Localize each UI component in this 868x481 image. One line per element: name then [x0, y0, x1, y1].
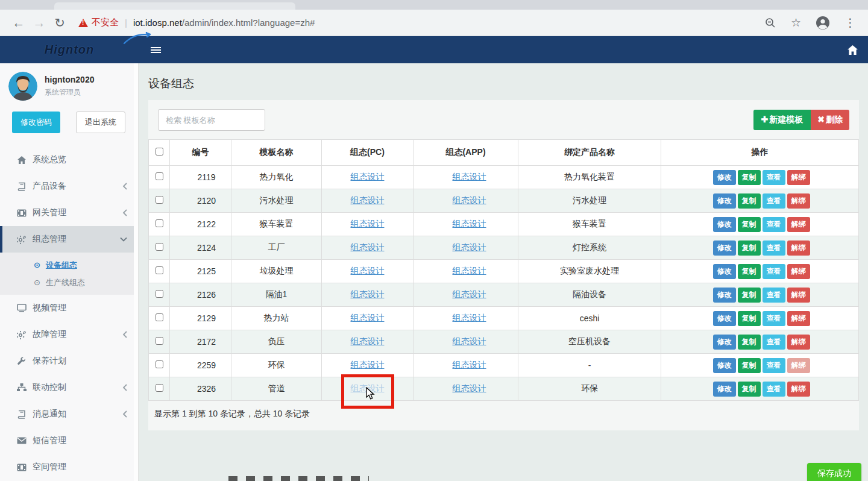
app-design-link[interactable]: 组态设计 [453, 266, 486, 275]
unbind-button[interactable]: 解绑 [787, 335, 810, 350]
copy-button[interactable]: 复制 [738, 217, 761, 232]
app-design-link[interactable]: 组态设计 [453, 383, 486, 393]
row-checkbox[interactable] [156, 172, 163, 180]
sidebar-item-8[interactable]: 联动控制 [0, 374, 138, 401]
menu-dots-icon[interactable]: ⋮ [844, 16, 856, 30]
row-checkbox[interactable] [156, 290, 163, 298]
app-design-link[interactable]: 组态设计 [453, 313, 486, 322]
view-button[interactable]: 查看 [763, 241, 785, 256]
sidebar-subitem-2[interactable]: ⊙生产线组态 [0, 274, 138, 291]
app-design-link[interactable]: 组态设计 [453, 219, 486, 228]
sidebar-item-7[interactable]: 保养计划 [0, 348, 138, 374]
edit-button[interactable]: 修改 [713, 264, 736, 279]
app-logo[interactable]: Hignton [0, 36, 139, 63]
change-password-button[interactable]: 修改密码 [12, 112, 60, 133]
sidebar-item-11[interactable]: 空间管理 [0, 454, 138, 480]
back-icon[interactable]: ← [8, 16, 29, 30]
unbind-button[interactable]: 解绑 [787, 217, 810, 232]
pc-design-link[interactable]: 组态设计 [351, 266, 385, 275]
copy-button[interactable]: 复制 [738, 193, 761, 209]
pc-design-link[interactable]: 组态设计 [351, 289, 385, 299]
pc-design-link[interactable]: 组态设计 [351, 336, 385, 346]
sidebar-item-6[interactable]: 故障管理 [0, 321, 138, 348]
row-checkbox[interactable] [156, 384, 163, 392]
row-checkbox[interactable] [156, 360, 163, 368]
unbind-button[interactable]: 解绑 [787, 264, 810, 279]
security-warning[interactable]: 不安全 [92, 17, 119, 28]
view-button[interactable]: 查看 [763, 358, 785, 373]
sidebar-item-1[interactable]: 系统总览 [0, 146, 138, 173]
view-button[interactable]: 查看 [763, 193, 785, 209]
sidebar-item-2[interactable]: 产品设备 [0, 173, 138, 200]
copy-button[interactable]: 复制 [738, 288, 761, 303]
edit-button[interactable]: 修改 [713, 382, 736, 397]
view-button[interactable]: 查看 [763, 335, 785, 350]
unbind-button[interactable]: 解绑 [787, 358, 810, 373]
copy-button[interactable]: 复制 [738, 264, 761, 279]
view-button[interactable]: 查看 [763, 382, 785, 397]
unbind-button[interactable]: 解绑 [787, 193, 810, 209]
unbind-button[interactable]: 解绑 [787, 241, 810, 256]
select-all-checkbox[interactable] [156, 148, 163, 156]
app-design-link[interactable]: 组态设计 [453, 195, 486, 205]
view-button[interactable]: 查看 [763, 217, 785, 232]
edit-button[interactable]: 修改 [713, 170, 736, 185]
edit-button[interactable]: 修改 [713, 311, 736, 326]
sidebar-item-9[interactable]: 消息通知 [0, 401, 138, 427]
copy-button[interactable]: 复制 [738, 382, 761, 397]
zoom-out-icon[interactable] [764, 17, 776, 29]
unbind-button[interactable]: 解绑 [787, 170, 810, 185]
sidebar-item-4[interactable]: 组态管理 [0, 226, 138, 253]
edit-button[interactable]: 修改 [713, 193, 736, 209]
row-checkbox[interactable] [156, 337, 163, 345]
copy-button[interactable]: 复制 [738, 170, 761, 185]
logout-button[interactable]: 退出系统 [76, 112, 125, 133]
edit-button[interactable]: 修改 [713, 335, 736, 350]
row-checkbox[interactable] [156, 313, 163, 321]
view-button[interactable]: 查看 [763, 288, 785, 303]
copy-button[interactable]: 复制 [738, 311, 761, 326]
reload-icon[interactable]: ↻ [49, 16, 70, 30]
sidebar-item-3[interactable]: 网关管理 [0, 200, 138, 226]
avatar[interactable] [8, 72, 37, 101]
forward-icon[interactable]: → [29, 16, 49, 30]
profile-avatar-icon[interactable] [816, 16, 830, 30]
row-checkbox[interactable] [156, 196, 163, 204]
unbind-button[interactable]: 解绑 [787, 288, 810, 303]
app-design-link[interactable]: 组态设计 [453, 360, 486, 369]
bookmark-star-icon[interactable]: ☆ [791, 16, 801, 30]
edit-button[interactable]: 修改 [713, 241, 736, 256]
browser-active-tab[interactable] [54, 2, 295, 10]
pc-design-link[interactable]: 组态设计 [351, 172, 385, 181]
unbind-button[interactable]: 解绑 [787, 311, 810, 326]
row-checkbox[interactable] [156, 266, 163, 274]
copy-button[interactable]: 复制 [738, 358, 761, 373]
pc-design-link[interactable]: 组态设计 [351, 360, 385, 369]
copy-button[interactable]: 复制 [738, 335, 761, 350]
copy-button[interactable]: 复制 [738, 241, 761, 256]
app-design-link[interactable]: 组态设计 [453, 242, 486, 252]
edit-button[interactable]: 修改 [713, 288, 736, 303]
edit-button[interactable]: 修改 [713, 358, 736, 373]
row-checkbox[interactable] [156, 243, 163, 251]
sidebar-subitem-1[interactable]: ⊙设备组态 [0, 256, 138, 274]
pc-design-link[interactable]: 组态设计 [351, 195, 385, 205]
pc-design-link[interactable]: 组态设计 [351, 242, 385, 252]
unbind-button[interactable]: 解绑 [787, 382, 810, 397]
pc-design-link[interactable]: 组态设计 [351, 313, 385, 322]
row-checkbox[interactable] [156, 219, 163, 227]
new-template-button[interactable]: ✚新建模板 [753, 110, 811, 130]
view-button[interactable]: 查看 [763, 264, 785, 279]
pc-design-link[interactable]: 组态设计 [351, 383, 385, 393]
sidebar-item-5[interactable]: 视频管理 [0, 295, 138, 321]
app-design-link[interactable]: 组态设计 [453, 172, 486, 181]
delete-button[interactable]: ✖删除 [811, 110, 849, 130]
app-design-link[interactable]: 组态设计 [453, 336, 486, 346]
search-input[interactable] [158, 109, 265, 131]
edit-button[interactable]: 修改 [713, 217, 736, 232]
view-button[interactable]: 查看 [763, 311, 785, 326]
home-icon[interactable] [837, 36, 868, 63]
address-bar[interactable]: 不安全 | iot.idosp.net/admin/index.html?lan… [78, 17, 764, 28]
app-design-link[interactable]: 组态设计 [453, 289, 486, 299]
sidebar-item-10[interactable]: 短信管理 [0, 427, 138, 454]
